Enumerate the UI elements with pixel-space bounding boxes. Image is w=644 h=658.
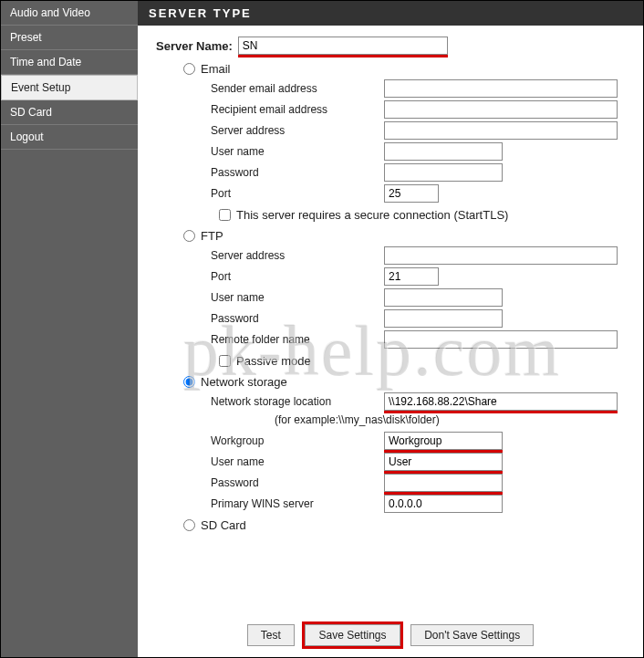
email-sender-label: Sender email address [211,82,384,95]
email-port-label: Port [211,187,384,200]
radio-sd-card-label: SD Card [201,518,246,532]
content-area: Server Name: Email Sender email address … [147,37,634,615]
ns-wins-input[interactable] [384,495,503,513]
ns-user-input[interactable] [384,453,503,471]
ftp-passive-label: Passive mode [236,354,311,368]
ftp-remote-folder-label: Remote folder name [211,333,384,346]
ns-wins-label: Primary WINS server [211,497,384,510]
sidebar-item-sd-card[interactable]: SD Card [1,100,138,125]
radio-ftp[interactable] [183,230,195,242]
ns-workgroup-label: Workgroup [211,434,384,447]
ftp-password-input[interactable] [384,309,503,328]
radio-sd-card[interactable] [183,519,195,531]
radio-network-storage[interactable] [183,376,195,388]
radio-email[interactable] [183,63,195,75]
ftp-passive-checkbox[interactable] [219,355,231,367]
test-button[interactable]: Test [247,624,295,646]
main-panel: SERVER TYPE Server Name: Email Sender em… [138,1,643,657]
dont-save-button[interactable]: Don't Save Settings [410,624,534,646]
ns-user-label: User name [211,455,384,468]
sidebar-item-event-setup[interactable]: Event Setup [1,75,138,100]
radio-network-storage-label: Network storage [201,375,287,389]
footer: Test Save Settings Don't Save Settings [147,615,634,648]
network-storage-group: Network storage location (for example:\\… [211,392,634,513]
ftp-server-input[interactable] [384,246,618,265]
ns-password-label: Password [211,476,384,489]
radio-ftp-label: FTP [201,229,223,243]
panel-title: SERVER TYPE [138,1,643,26]
email-server-label: Server address [211,124,384,137]
radio-email-label: Email [201,62,231,76]
email-recipient-input[interactable] [384,100,618,119]
email-sender-input[interactable] [384,79,618,98]
sidebar: Audio and Video Preset Time and Date Eve… [1,1,138,657]
email-starttls-label: This server requires a secure connection… [236,208,508,222]
email-recipient-label: Recipient email address [211,103,384,116]
ns-password-input[interactable] [384,474,503,492]
sidebar-item-time-date[interactable]: Time and Date [1,50,138,75]
ns-location-label: Network storage location [211,395,384,408]
email-starttls-checkbox[interactable] [219,209,231,221]
email-user-input[interactable] [384,142,503,161]
ftp-remote-folder-input[interactable] [384,330,618,349]
ftp-user-label: User name [211,291,384,304]
ftp-user-input[interactable] [384,288,503,307]
ftp-port-label: Port [211,270,384,283]
sidebar-item-logout[interactable]: Logout [1,125,138,150]
email-server-input[interactable] [384,121,618,140]
server-name-input[interactable] [238,37,448,55]
email-user-label: User name [211,145,384,158]
ns-location-input[interactable] [384,392,618,411]
ns-example-helper: (for example:\\my_nas\disk\folder) [275,413,634,426]
ftp-server-label: Server address [211,249,384,262]
email-password-label: Password [211,166,384,179]
sidebar-item-preset[interactable]: Preset [1,26,138,50]
save-button[interactable]: Save Settings [305,624,400,646]
ftp-group: Server address Port User name Password R… [211,246,634,349]
ftp-password-label: Password [211,312,384,325]
ns-workgroup-input[interactable] [384,432,503,450]
ftp-port-input[interactable] [384,267,439,286]
sidebar-item-audio-video[interactable]: Audio and Video [1,1,138,26]
server-name-label: Server Name: [156,39,233,53]
email-group: Sender email address Recipient email add… [211,79,634,203]
email-port-input[interactable] [384,184,439,203]
email-password-input[interactable] [384,163,503,182]
